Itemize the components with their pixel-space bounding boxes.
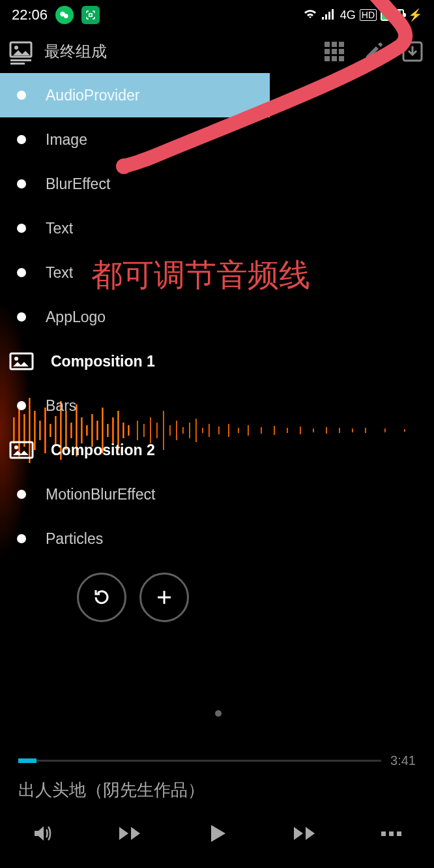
layer-bullet-icon [17, 401, 26, 410]
layer-bullet-icon [17, 179, 26, 188]
layer-label: Bars [46, 397, 76, 415]
layer-item-text[interactable]: Text [0, 206, 434, 250]
svg-rect-14 [325, 49, 330, 54]
status-bar: 22:06 4G HD ⚡ [0, 0, 434, 30]
layer-list: AudioProviderImageBlurEffectTextTextAppL… [0, 73, 434, 561]
svg-rect-71 [10, 353, 33, 369]
edit-icon[interactable] [360, 38, 387, 65]
svg-point-8 [14, 46, 18, 50]
svg-rect-76 [381, 831, 386, 836]
layer-label: Particles [46, 530, 103, 548]
layer-item-image[interactable]: Image [0, 117, 434, 162]
svg-rect-10 [10, 63, 25, 65]
svg-rect-9 [10, 59, 31, 61]
layer-bullet-icon [17, 91, 26, 100]
layer-label: Image [46, 131, 87, 149]
layer-label: AppLogo [46, 308, 106, 326]
layer-item-particles[interactable]: Particles [0, 516, 434, 561]
control-row [0, 573, 434, 622]
layer-item-blureffect[interactable]: BlurEffect [0, 162, 434, 206]
scrub-indicator[interactable] [215, 710, 222, 717]
layer-item-audioprovider[interactable]: AudioProvider [0, 73, 270, 117]
status-time: 22:06 [12, 7, 48, 23]
layer-label: AudioProvider [46, 87, 139, 104]
battery-icon [381, 9, 404, 21]
volume-icon[interactable] [26, 817, 59, 850]
svg-point-74 [14, 445, 18, 449]
network-label: 4G [340, 8, 356, 22]
rewind-icon[interactable] [113, 817, 146, 850]
grid-view-icon[interactable] [321, 38, 348, 65]
svg-point-1 [64, 14, 68, 18]
scan-icon [81, 6, 100, 24]
layer-item-composition-2[interactable]: Composition 2 [0, 428, 434, 472]
layer-label: Text [46, 220, 73, 237]
svg-rect-77 [389, 831, 394, 836]
charging-icon: ⚡ [408, 8, 422, 22]
wechat-icon [55, 6, 74, 24]
download-icon[interactable] [399, 38, 426, 65]
layer-bullet-icon [17, 490, 26, 499]
composition-layer-icon [9, 352, 34, 370]
composition-layer-icon [9, 441, 34, 459]
layer-bullet-icon [17, 224, 26, 233]
player: 3:41 出人头地（阴先生作品） [0, 753, 434, 868]
hd-label: HD [360, 9, 377, 21]
svg-rect-2 [89, 14, 93, 17]
composition-icon[interactable] [8, 38, 34, 65]
app-header: 最终组成 [0, 30, 434, 73]
page-title: 最终组成 [44, 41, 314, 62]
svg-rect-11 [325, 42, 330, 47]
layer-item-motionblureffect[interactable]: MotionBlurEffect [0, 472, 434, 516]
wifi-icon [302, 7, 318, 23]
layer-label: Text [46, 264, 73, 282]
progress-bar[interactable] [18, 760, 381, 762]
more-icon[interactable] [375, 817, 408, 850]
signal-icon [322, 7, 336, 23]
layer-label: Composition 1 [51, 353, 155, 370]
layer-label: Composition 2 [51, 441, 155, 459]
svg-rect-18 [332, 56, 337, 61]
svg-rect-5 [328, 12, 330, 20]
layer-bullet-icon [17, 268, 26, 277]
duration-label: 3:41 [390, 753, 416, 768]
play-icon[interactable] [201, 817, 233, 850]
layer-item-composition-1[interactable]: Composition 1 [0, 339, 434, 383]
svg-rect-73 [10, 442, 33, 458]
svg-rect-12 [332, 42, 337, 47]
add-button[interactable] [139, 573, 189, 622]
forward-icon[interactable] [288, 817, 321, 850]
svg-rect-15 [332, 49, 337, 54]
reset-button[interactable] [77, 573, 126, 622]
layer-bullet-icon [17, 135, 26, 144]
svg-rect-78 [397, 831, 401, 836]
layer-label: MotionBlurEffect [46, 486, 155, 503]
layer-item-applogo[interactable]: AppLogo [0, 295, 434, 339]
svg-rect-19 [339, 56, 344, 61]
layer-bullet-icon [17, 534, 26, 543]
layer-item-bars[interactable]: Bars [0, 383, 434, 428]
layer-bullet-icon [17, 312, 26, 322]
layer-item-text[interactable]: Text [0, 250, 434, 295]
svg-rect-3 [322, 17, 324, 20]
track-title: 出人头地（阴先生作品） [18, 779, 416, 801]
svg-rect-16 [339, 49, 344, 54]
svg-point-72 [14, 357, 18, 361]
svg-rect-17 [325, 56, 330, 61]
svg-rect-4 [325, 14, 327, 20]
svg-rect-6 [332, 9, 334, 20]
svg-rect-13 [339, 42, 344, 47]
layer-label: BlurEffect [46, 175, 110, 193]
